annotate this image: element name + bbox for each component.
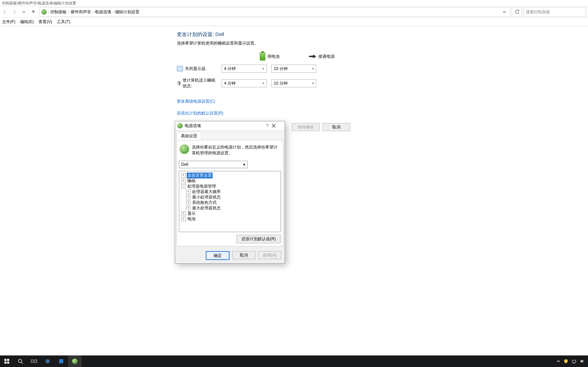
nav-up-button[interactable]	[29, 8, 37, 16]
breadcrumb-item[interactable]: 控制面板	[50, 9, 67, 15]
dialog-titlebar: 电源选项 ?	[175, 121, 285, 130]
arrow-up-icon	[31, 10, 36, 14]
search-input[interactable]: 搜索控制面板	[523, 7, 586, 17]
svg-rect-9	[572, 360, 576, 363]
power-options-icon	[72, 359, 78, 364]
ok-button[interactable]: 确定	[206, 251, 230, 260]
sleep-battery-select[interactable]: 4 分钟 ▾	[222, 79, 267, 87]
taskbar-app-2[interactable]	[54, 355, 68, 367]
expand-icon[interactable]: +	[181, 217, 186, 221]
chevron-down-icon: ▾	[263, 82, 264, 85]
security-icon[interactable]	[564, 359, 568, 364]
tree-node-max-state[interactable]: + 最大处理器状态	[180, 205, 280, 211]
taskbar-app-power-options[interactable]	[68, 355, 82, 367]
expand-icon[interactable]: +	[186, 200, 190, 205]
sleep-label: 使计算机进入睡眠状态:	[183, 77, 217, 89]
dialog-close-button[interactable]	[272, 124, 283, 128]
svg-rect-6	[35, 360, 37, 363]
search-button[interactable]	[14, 355, 27, 367]
tree-node-label: 显示	[187, 211, 196, 216]
chevron-down-icon: ▾	[243, 162, 245, 167]
network-icon[interactable]	[572, 359, 576, 364]
breadcrumb-dropdown-button[interactable]	[503, 10, 509, 14]
footer-buttons: 保存修改 取消	[292, 123, 350, 131]
breadcrumb-item[interactable]: 编辑计划设置	[115, 9, 139, 15]
taskbar-app-1[interactable]	[41, 355, 54, 367]
tree-node-processor[interactable]: − 处理器电源管理	[180, 184, 280, 189]
dialog-body: 选择你要自定义的电源计划，然后选择你希望计算机管理的电源设置。 Dell ▾ +…	[177, 140, 283, 246]
expand-icon[interactable]: +	[186, 206, 190, 210]
breadcrumb-item[interactable]: 电源选项	[95, 9, 111, 15]
page-title: 更改计划的设置: Dell	[177, 31, 415, 38]
tree-node-display[interactable]: + 显示	[180, 211, 280, 216]
select-value: 10 分钟	[274, 81, 288, 86]
expand-icon[interactable]: +	[181, 211, 186, 216]
tab-advanced[interactable]: 高级设置	[177, 132, 202, 140]
tree-node-label: 处理器最大频率	[191, 189, 221, 195]
power-options-icon	[177, 123, 183, 128]
expand-icon[interactable]: +	[181, 179, 186, 183]
restore-plan-defaults-button[interactable]: 还原计划默认值(R)	[236, 235, 281, 243]
cancel-button[interactable]: 取消	[322, 123, 350, 131]
refresh-button[interactable]	[512, 7, 522, 17]
tree-node-max-freq[interactable]: + 处理器最大频率	[180, 189, 280, 194]
task-view-button[interactable]	[27, 355, 41, 367]
svg-point-7	[46, 359, 50, 363]
power-plan-select[interactable]: Dell ▾	[179, 161, 248, 168]
tree-node-label: 最大处理器状态	[191, 205, 221, 211]
restore-defaults-link[interactable]: 还原此计划的默认设置(R)	[177, 110, 415, 116]
nav-back-button[interactable]	[1, 8, 9, 16]
display-off-plugged-select[interactable]: 10 分钟 ▾	[271, 65, 316, 73]
dialog-help-button[interactable]: ?	[263, 123, 272, 128]
svg-rect-8	[59, 359, 63, 363]
breadcrumb-item[interactable]: 硬件和声音	[71, 9, 91, 15]
chevron-down-icon: ▾	[312, 82, 314, 85]
recent-dropdown-button[interactable]	[20, 8, 28, 16]
menu-edit[interactable]: 编辑(E)	[20, 19, 34, 25]
menu-file[interactable]: 文件(F)	[2, 19, 15, 25]
settings-tree[interactable]: + 桌面背景设置 + 睡眠 − 处理器电源管理 + 处理器最大频率 + 最小	[179, 171, 281, 232]
volume-icon[interactable]	[580, 359, 585, 364]
start-button[interactable]	[0, 355, 14, 367]
chevron-up-icon[interactable]	[557, 360, 560, 363]
chevron-right-icon: ›	[93, 10, 94, 14]
app-icon	[58, 359, 64, 364]
system-tray[interactable]	[553, 359, 588, 364]
tree-node-label: 系统散热方式	[191, 200, 217, 206]
tree-node-desktop-background[interactable]: + 桌面背景设置	[180, 173, 280, 178]
sleep-plugged-select[interactable]: 10 分钟 ▾	[271, 79, 316, 87]
display-off-battery-select[interactable]: 4 分钟 ▾	[222, 65, 267, 73]
dialog-buttons: 确定 取消 应用(A)	[175, 248, 285, 263]
select-value: Dell	[181, 162, 188, 167]
tree-node-sleep[interactable]: + 睡眠	[180, 178, 280, 184]
advanced-settings-link[interactable]: 更改高级电源设置(C)	[177, 99, 415, 104]
windows-icon	[4, 359, 10, 364]
save-changes-button[interactable]: 保存修改	[292, 123, 320, 131]
chevron-down-icon: ▾	[312, 67, 314, 70]
select-value: 4 分钟	[224, 81, 236, 86]
expand-icon[interactable]: +	[181, 173, 186, 178]
arrow-right-icon	[12, 10, 17, 14]
svg-point-4	[18, 359, 22, 363]
tree-node-label: 最小处理器状态	[191, 194, 221, 200]
tree-node-label: 电池	[187, 216, 196, 222]
svg-rect-2	[4, 362, 6, 364]
menu-view[interactable]: 查看(V)	[38, 19, 52, 25]
breadcrumb[interactable]: › 控制面板 › 硬件和声音 › 电源选项 › 编辑计划设置	[39, 7, 510, 17]
cancel-button[interactable]: 取消	[232, 251, 255, 259]
svg-rect-0	[4, 359, 6, 361]
expand-icon[interactable]: +	[186, 190, 190, 194]
dialog-tabs: 高级设置	[175, 130, 285, 140]
menu-tools[interactable]: 工具(T)	[57, 19, 70, 25]
turn-off-display-label: 关闭显示器:	[185, 66, 206, 72]
collapse-icon[interactable]: −	[181, 184, 186, 189]
tree-node-battery[interactable]: + 电池	[180, 216, 280, 222]
nav-forward-button[interactable]	[10, 8, 18, 16]
expand-icon[interactable]: +	[186, 195, 190, 199]
tree-node-cooling[interactable]: + 系统散热方式	[180, 200, 280, 205]
control-panel-icon	[41, 9, 47, 15]
search-icon	[18, 359, 23, 364]
apply-button[interactable]: 应用(A)	[258, 251, 281, 259]
tree-node-label: 睡眠	[187, 178, 196, 184]
tree-node-min-state[interactable]: + 最小处理器状态	[180, 194, 280, 200]
